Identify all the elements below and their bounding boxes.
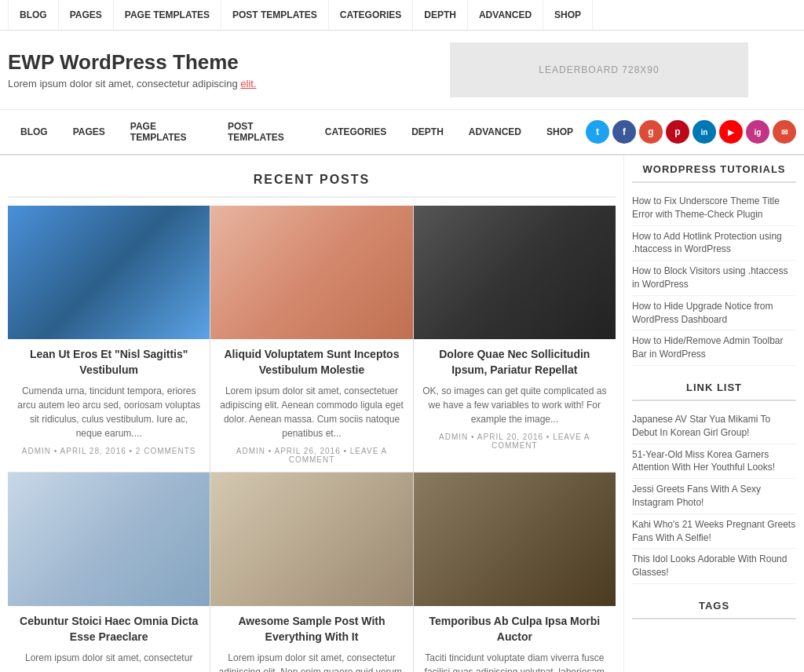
- top-nav-depth[interactable]: DEPTH: [413, 0, 468, 30]
- post-title: Awesome Sample Post With Everything With…: [218, 614, 404, 645]
- post-body: Cebuntur Stoici Haec Omnia Dicta Esse Pr…: [8, 606, 210, 672]
- post-excerpt: Lorem ipsum dolor sit amet, consectetur …: [218, 651, 404, 672]
- post-excerpt: Cumenda urna, tincidunt tempora, eriores…: [16, 384, 202, 440]
- link-list-item[interactable]: Jessi Greets Fans With A Sexy Instagram …: [632, 479, 796, 514]
- post-title-link[interactable]: Cebuntur Stoici Haec Omnia Dicta Esse Pr…: [20, 615, 198, 643]
- post-excerpt: Lorem ipsum dolor sit amet, consectetuer…: [218, 384, 404, 440]
- social-icons-bar: t f g p in ▶ ig ✉: [586, 120, 796, 144]
- facebook-icon[interactable]: f: [612, 120, 636, 144]
- post-title-link[interactable]: Awesome Sample Post With Everything With…: [238, 615, 385, 643]
- site-title: EWP WordPress Theme: [8, 50, 402, 75]
- post-body: Aliquid Voluptatem Sunt Inceptos Vestibu…: [210, 339, 412, 472]
- post-meta: ADMIN • APRIL 28, 2016 • 2 COMMENTS: [16, 447, 202, 455]
- google-plus-icon[interactable]: g: [639, 120, 663, 144]
- linkedin-icon[interactable]: in: [693, 120, 716, 144]
- pinterest-icon[interactable]: p: [666, 120, 689, 144]
- post-body: Temporibus Ab Culpa Ipsa Morbi Auctor Ta…: [414, 606, 616, 672]
- top-nav-page-templates[interactable]: PAGE TEMPLATES: [114, 0, 221, 30]
- instagram-icon[interactable]: ig: [746, 120, 769, 144]
- main-layout: RECENT POSTS Lean Ut Eros Et "Nisl Sagit…: [0, 155, 804, 672]
- top-nav-advanced[interactable]: ADVANCED: [468, 0, 543, 30]
- post-title-link[interactable]: Dolore Quae Nec Sollicitudin Ipsum, Pari…: [439, 348, 590, 376]
- nav-depth[interactable]: DEPTH: [399, 115, 456, 148]
- post-meta: ADMIN • APRIL 20, 2016 • LEAVE A COMMENT: [422, 433, 608, 450]
- link-list-item[interactable]: 51-Year-Old Miss Korea Garners Attention…: [632, 444, 796, 480]
- link-list-item[interactable]: Kahi Who's 21 Weeks Pregnant Greets Fans…: [632, 514, 796, 550]
- post-image: [8, 206, 210, 339]
- tags-section: TAGS: [632, 600, 796, 619]
- post-title: Lean Ut Eros Et "Nisl Sagittis" Vestibul…: [16, 347, 202, 378]
- nav-page-templates[interactable]: PAGE TEMPLATES: [118, 110, 215, 154]
- main-nav[interactable]: BLOG PAGES PAGE TEMPLATES POST TEMPLATES…: [0, 110, 804, 155]
- post-card: Lean Ut Eros Et "Nisl Sagittis" Vestibul…: [8, 206, 210, 472]
- post-card: Temporibus Ab Culpa Ipsa Morbi Auctor Ta…: [414, 473, 616, 672]
- post-body: Awesome Sample Post With Everything With…: [210, 606, 412, 672]
- nav-shop[interactable]: SHOP: [534, 115, 586, 148]
- post-image: [210, 206, 412, 339]
- posts-grid: Lean Ut Eros Et "Nisl Sagittis" Vestibul…: [8, 206, 616, 672]
- post-image: [210, 473, 412, 606]
- tagline-link[interactable]: elit.: [240, 78, 256, 89]
- post-title: Dolore Quae Nec Sollicitudin Ipsum, Pari…: [422, 347, 608, 378]
- email-icon[interactable]: ✉: [773, 120, 796, 144]
- nav-pages[interactable]: PAGES: [60, 115, 118, 148]
- tutorial-link[interactable]: How to Block Visitors using .htaccess in…: [632, 261, 796, 296]
- link-list-section: LINK LIST Japanese AV Star Yua Mikami To…: [632, 382, 796, 584]
- nav-categories[interactable]: CATEGORIES: [312, 115, 399, 148]
- nav-blog[interactable]: BLOG: [8, 115, 60, 148]
- nav-post-templates[interactable]: POST TEMPLATES: [215, 110, 312, 154]
- post-image: [414, 206, 616, 339]
- header-ad-area: LEADERBOARD 728X90: [402, 42, 796, 97]
- post-card: Cebuntur Stoici Haec Omnia Dicta Esse Pr…: [8, 473, 210, 672]
- post-title: Aliquid Voluptatem Sunt Inceptos Vestibu…: [218, 347, 404, 378]
- post-card: Aliquid Voluptatem Sunt Inceptos Vestibu…: [210, 206, 412, 472]
- sidebar: WORDPRESS TUTORIALS How to Fix Underscor…: [623, 155, 804, 672]
- tutorial-link[interactable]: How to Add Hotlink Protection using .hta…: [632, 226, 796, 261]
- nav-advanced[interactable]: ADVANCED: [456, 115, 534, 148]
- top-nav-post-templates[interactable]: POST TEMPLATES: [221, 0, 329, 30]
- post-image: [8, 473, 210, 606]
- tags-title: TAGS: [632, 600, 796, 619]
- youtube-icon[interactable]: ▶: [719, 120, 743, 144]
- tutorial-link[interactable]: How to Hide Upgrade Notice from WordPres…: [632, 296, 796, 331]
- site-header: EWP WordPress Theme Lorem ipsum dolor si…: [0, 31, 804, 110]
- top-nav[interactable]: BLOG PAGES PAGE TEMPLATES POST TEMPLATES…: [0, 0, 804, 31]
- post-image: [414, 473, 616, 606]
- post-title: Temporibus Ab Culpa Ipsa Morbi Auctor: [422, 614, 608, 645]
- tutorial-link[interactable]: How to Fix Underscore Theme Title Error …: [632, 191, 796, 226]
- wordpress-tutorials-title: WORDPRESS TUTORIALS: [632, 163, 796, 183]
- wordpress-tutorials-section: WORDPRESS TUTORIALS How to Fix Underscor…: [632, 163, 796, 366]
- post-excerpt: OK, so images can get quite complicated …: [422, 384, 608, 426]
- post-meta: ADMIN • APRIL 26, 2016 • LEAVE A COMMENT: [218, 447, 404, 464]
- link-list-item[interactable]: This Idol Looks Adorable With Round Glas…: [632, 549, 796, 584]
- post-title-link[interactable]: Lean Ut Eros Et "Nisl Sagittis" Vestibul…: [30, 348, 188, 376]
- tutorial-link[interactable]: How to Hide/Remove Admin Toolbar Bar in …: [632, 331, 796, 366]
- post-title-link[interactable]: Temporibus Ab Culpa Ipsa Morbi Auctor: [429, 615, 600, 643]
- post-excerpt: Lorem ipsum dolor sit amet, consectetur: [16, 651, 202, 665]
- top-nav-categories[interactable]: CATEGORIES: [329, 0, 413, 30]
- twitter-icon[interactable]: t: [586, 120, 609, 144]
- content-area: RECENT POSTS Lean Ut Eros Et "Nisl Sagit…: [0, 155, 623, 672]
- site-branding: EWP WordPress Theme Lorem ipsum dolor si…: [8, 50, 402, 89]
- top-nav-blog[interactable]: BLOG: [8, 0, 59, 30]
- post-card: Awesome Sample Post With Everything With…: [210, 473, 412, 672]
- post-body: Dolore Quae Nec Sollicitudin Ipsum, Pari…: [414, 339, 616, 458]
- link-list-title: LINK LIST: [632, 382, 796, 401]
- post-card: Dolore Quae Nec Sollicitudin Ipsum, Pari…: [414, 206, 616, 472]
- post-title-link[interactable]: Aliquid Voluptatem Sunt Inceptos Vestibu…: [225, 348, 400, 376]
- recent-posts-heading: RECENT POSTS: [8, 163, 616, 198]
- top-nav-pages[interactable]: PAGES: [59, 0, 114, 30]
- post-title: Cebuntur Stoici Haec Omnia Dicta Esse Pr…: [16, 614, 202, 645]
- post-body: Lean Ut Eros Et "Nisl Sagittis" Vestibul…: [8, 339, 210, 463]
- top-nav-shop[interactable]: SHOP: [543, 0, 593, 30]
- post-excerpt: Taciti tincidunt voluptate diam viverra …: [422, 651, 608, 672]
- leaderboard-ad: LEADERBOARD 728X90: [450, 42, 748, 97]
- site-tagline: Lorem ipsum dolor sit amet, consectetur …: [8, 78, 402, 89]
- link-list-item[interactable]: Japanese AV Star Yua Mikami To Debut In …: [632, 409, 796, 444]
